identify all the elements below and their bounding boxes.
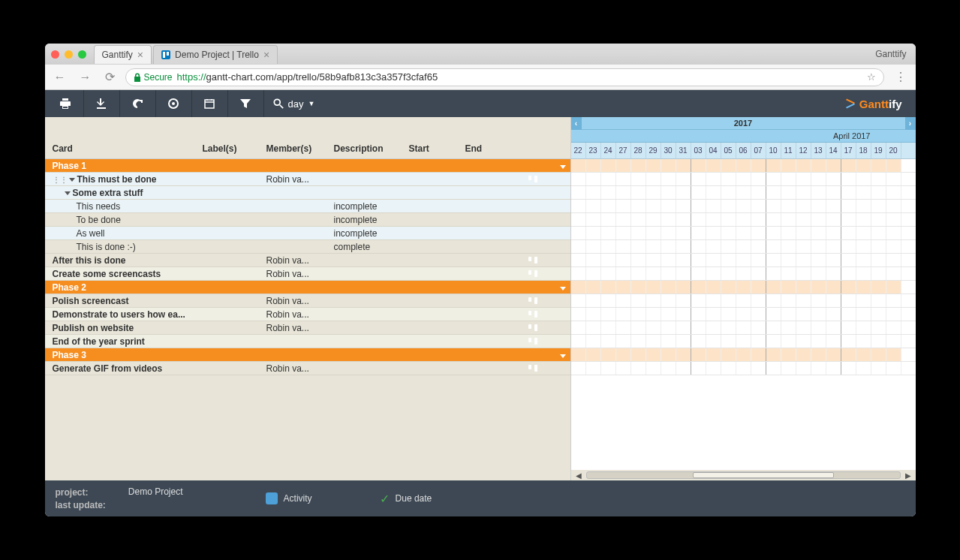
- task-row[interactable]: End of the year sprint: [45, 335, 570, 348]
- reload-button[interactable]: ⟳: [102, 70, 118, 84]
- task-row[interactable]: As wellincomplete: [45, 227, 570, 240]
- print-button[interactable]: [48, 90, 84, 117]
- scroll-left[interactable]: ◀: [574, 471, 583, 480]
- day-header[interactable]: 22: [571, 143, 586, 158]
- grid-row: [571, 186, 916, 200]
- tab-trello[interactable]: Demo Project | Trello ×: [153, 45, 278, 64]
- member-cell: Robin va...: [259, 323, 327, 333]
- phase-row[interactable]: Phase 1: [45, 159, 570, 173]
- day-header[interactable]: 24: [601, 143, 616, 158]
- task-row[interactable]: To be doneincomplete: [45, 213, 570, 227]
- col-card[interactable]: Card: [45, 143, 195, 154]
- close-icon[interactable]: ×: [137, 49, 143, 61]
- brand-logo: Ganttify: [835, 98, 913, 110]
- day-header[interactable]: 23: [586, 143, 601, 158]
- url-field[interactable]: Secure https://gantt-chart.com/app/trell…: [125, 68, 884, 86]
- task-row[interactable]: This is done :-)complete: [45, 240, 570, 254]
- day-headers: 2223242728293031030405060710111213141718…: [571, 143, 916, 159]
- chevron-down-icon[interactable]: [560, 165, 566, 169]
- scroll-thumb[interactable]: [693, 472, 834, 478]
- tab-label: Ganttify: [102, 50, 133, 60]
- day-header[interactable]: 11: [781, 143, 796, 158]
- prev-period[interactable]: ‹: [571, 117, 582, 130]
- task-row[interactable]: Some extra stuff: [45, 186, 570, 200]
- day-header[interactable]: 19: [871, 143, 886, 158]
- filter-button[interactable]: [228, 90, 264, 117]
- day-header[interactable]: 18: [856, 143, 871, 158]
- close-window[interactable]: [51, 50, 59, 59]
- task-row[interactable]: Publish on websiteRobin va...: [45, 321, 570, 335]
- member-cell: Robin va...: [259, 363, 327, 374]
- day-header[interactable]: 06: [736, 143, 751, 158]
- grid-row: [571, 308, 916, 321]
- day-header[interactable]: 07: [751, 143, 766, 158]
- col-start[interactable]: Start: [402, 143, 458, 154]
- icon-cell: [525, 363, 555, 374]
- scroll-right[interactable]: ▶: [904, 471, 913, 480]
- maximize-window[interactable]: [78, 50, 86, 59]
- day-header[interactable]: 28: [631, 143, 646, 158]
- bookmark-icon[interactable]: ☆: [867, 71, 876, 83]
- chevron-down-icon[interactable]: [560, 354, 566, 358]
- day-header[interactable]: 03: [691, 143, 706, 158]
- scroll-track[interactable]: [586, 471, 901, 479]
- card-name: After this is done: [45, 255, 195, 266]
- chevron-down-icon[interactable]: [69, 178, 75, 182]
- desc-cell: incomplete: [327, 201, 402, 212]
- app-toolbar: day ▼ Ganttify: [45, 90, 916, 117]
- phase-row[interactable]: Phase 3: [45, 348, 570, 362]
- project-name: Demo Project: [128, 480, 183, 497]
- calendar-button[interactable]: [192, 90, 228, 117]
- forward-button[interactable]: →: [77, 71, 95, 84]
- menu-button[interactable]: ⋮: [892, 70, 910, 84]
- task-row[interactable]: ⋮⋮This must be doneRobin va...: [45, 173, 570, 186]
- task-row[interactable]: Demonstrate to users how ea...Robin va..…: [45, 308, 570, 321]
- download-button[interactable]: [84, 90, 120, 117]
- gantt-grid[interactable]: [571, 159, 916, 470]
- task-row[interactable]: Create some screencastsRobin va...: [45, 267, 570, 281]
- timeline-panel: ‹ 2017 › April 2017 22232427282930310304…: [570, 117, 916, 480]
- day-header[interactable]: 27: [616, 143, 631, 158]
- task-row[interactable]: After this is doneRobin va...: [45, 254, 570, 267]
- col-end[interactable]: End: [458, 143, 525, 154]
- day-header[interactable]: 12: [796, 143, 811, 158]
- day-header[interactable]: 17: [841, 143, 856, 158]
- desc-cell: incomplete: [327, 228, 402, 239]
- svg-point-3: [274, 99, 280, 105]
- tabbar: Ganttify × Demo Project | Trello × Gantt…: [45, 44, 916, 65]
- col-desc[interactable]: Description: [327, 143, 402, 154]
- col-label[interactable]: Label(s): [195, 143, 259, 154]
- tab-ganttify[interactable]: Ganttify ×: [94, 45, 152, 64]
- task-row[interactable]: Generate GIF from videosRobin va...: [45, 362, 570, 375]
- day-header[interactable]: 05: [721, 143, 736, 158]
- svg-rect-2: [205, 100, 214, 108]
- desc-cell: incomplete: [327, 215, 402, 225]
- refresh-button[interactable]: [120, 90, 156, 117]
- day-header[interactable]: 14: [826, 143, 841, 158]
- day-header[interactable]: 29: [646, 143, 661, 158]
- url-text: https://gantt-chart.com/app/trello/58b9a…: [177, 71, 438, 83]
- month-label: April 2017: [833, 131, 871, 140]
- chevron-down-icon[interactable]: [65, 191, 71, 195]
- close-icon[interactable]: ×: [263, 49, 269, 61]
- minimize-window[interactable]: [65, 50, 73, 59]
- day-header[interactable]: 31: [676, 143, 691, 158]
- col-member[interactable]: Member(s): [259, 143, 327, 154]
- day-header[interactable]: 04: [706, 143, 721, 158]
- zoom-control[interactable]: day ▼: [264, 98, 324, 110]
- horizontal-scrollbar[interactable]: ◀ ▶: [571, 470, 916, 480]
- day-header[interactable]: 20: [886, 143, 901, 158]
- day-header[interactable]: 13: [811, 143, 826, 158]
- task-row[interactable]: This needsincomplete: [45, 200, 570, 213]
- drag-handle[interactable]: ⋮⋮: [53, 176, 68, 184]
- phase-row[interactable]: Phase 2: [45, 281, 570, 294]
- day-header[interactable]: 30: [661, 143, 676, 158]
- back-button[interactable]: ←: [51, 71, 69, 84]
- day-header[interactable]: 10: [766, 143, 781, 158]
- task-row[interactable]: Polish screencastRobin va...: [45, 294, 570, 308]
- member-cell: Robin va...: [259, 174, 327, 185]
- target-button[interactable]: [156, 90, 192, 117]
- next-period[interactable]: ›: [905, 117, 916, 130]
- chevron-down-icon[interactable]: [560, 287, 566, 291]
- svg-point-1: [172, 102, 175, 105]
